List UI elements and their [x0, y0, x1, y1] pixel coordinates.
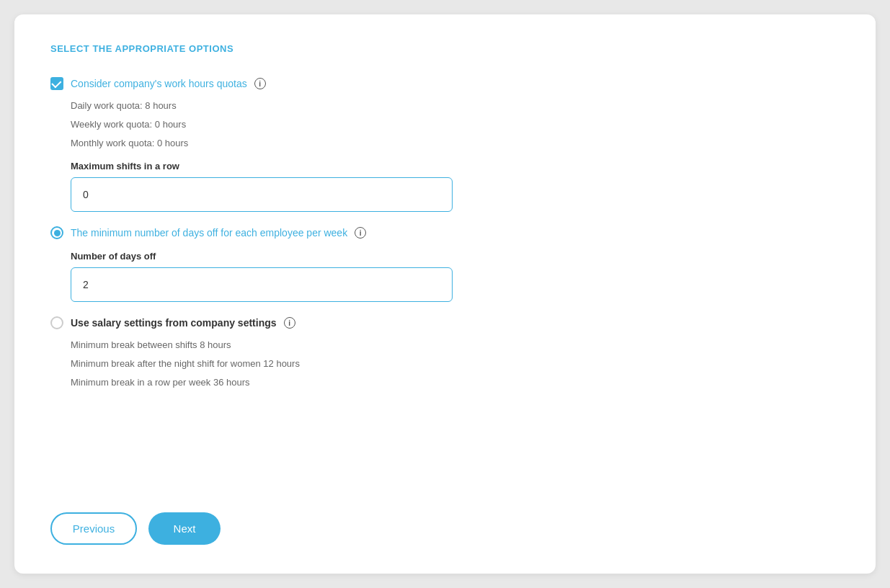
days-off-input[interactable] [71, 267, 453, 302]
min-break-night: Minimum break after the night shift for … [71, 357, 840, 370]
days-off-label: The minimum number of days off for each … [71, 227, 347, 239]
previous-button[interactable]: Previous [50, 512, 137, 545]
monthly-quota: Monthly work quota: 0 hours [71, 136, 840, 149]
max-shifts-input[interactable] [71, 177, 453, 212]
section-title: SELECT THE APPROPRIATE OPTIONS [50, 43, 840, 54]
days-off-section: The minimum number of days off for each … [50, 226, 840, 302]
salary-section: Use salary settings from company setting… [50, 316, 840, 388]
button-row: Previous Next [50, 512, 221, 545]
min-break-week-text: Minimum break in a row per week 36 hours [71, 377, 250, 388]
days-off-radio[interactable] [50, 226, 63, 239]
days-off-info-icon[interactable]: i [355, 227, 366, 239]
min-break-night-text: Minimum break after the night shift for … [71, 358, 300, 369]
salary-radio[interactable] [50, 316, 63, 329]
days-off-row: The minimum number of days off for each … [50, 226, 840, 239]
work-hours-checkbox[interactable] [50, 77, 63, 90]
daily-quota: Daily work quota: 8 hours [71, 99, 840, 112]
work-hours-section: Consider company's work hours quotas i D… [50, 77, 840, 149]
next-button[interactable]: Next [148, 512, 221, 545]
min-break-shifts: Minimum break between shifts 8 hours [71, 338, 840, 351]
monthly-quota-text: Monthly work quota: 0 hours [71, 138, 188, 148]
work-hours-label: Consider company's work hours quotas [71, 78, 247, 89]
daily-quota-text: Daily work quota: 8 hours [71, 100, 177, 111]
work-hours-row: Consider company's work hours quotas i [50, 77, 840, 90]
salary-info-icon[interactable]: i [284, 317, 295, 329]
weekly-quota: Weekly work quota: 0 hours [71, 117, 840, 130]
min-break-week: Minimum break in a row per week 36 hours [71, 375, 840, 388]
num-days-off-label: Number of days off [71, 251, 840, 262]
main-card: SELECT THE APPROPRIATE OPTIONS Consider … [14, 14, 876, 574]
salary-row: Use salary settings from company setting… [50, 316, 840, 329]
work-hours-info-icon[interactable]: i [254, 78, 266, 89]
salary-label: Use salary settings from company setting… [71, 317, 277, 329]
min-break-shifts-text: Minimum break between shifts 8 hours [71, 339, 231, 350]
max-shifts-label: Maximum shifts in a row [71, 161, 840, 172]
weekly-quota-text: Weekly work quota: 0 hours [71, 119, 186, 130]
